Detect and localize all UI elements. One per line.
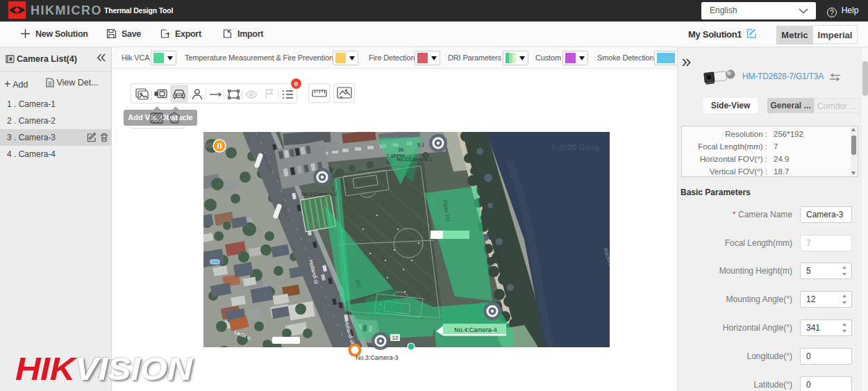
svg-text:© 2026 Goog: © 2026 Goog xyxy=(551,143,599,151)
svg-text:5.1: 5.1 xyxy=(417,142,424,148)
svg-text:7.9PPM: 7.9PPM xyxy=(386,153,405,159)
svg-text:12: 12 xyxy=(392,335,399,341)
svg-text:No.4:Camera-4: No.4:Camera-4 xyxy=(454,326,497,333)
svg-text:36: 36 xyxy=(398,147,403,153)
svg-text:No.2:Camera-2: No.2:Camera-2 xyxy=(301,191,337,197)
svg-text:No.3:Camera-3: No.3:Camera-3 xyxy=(356,354,399,361)
